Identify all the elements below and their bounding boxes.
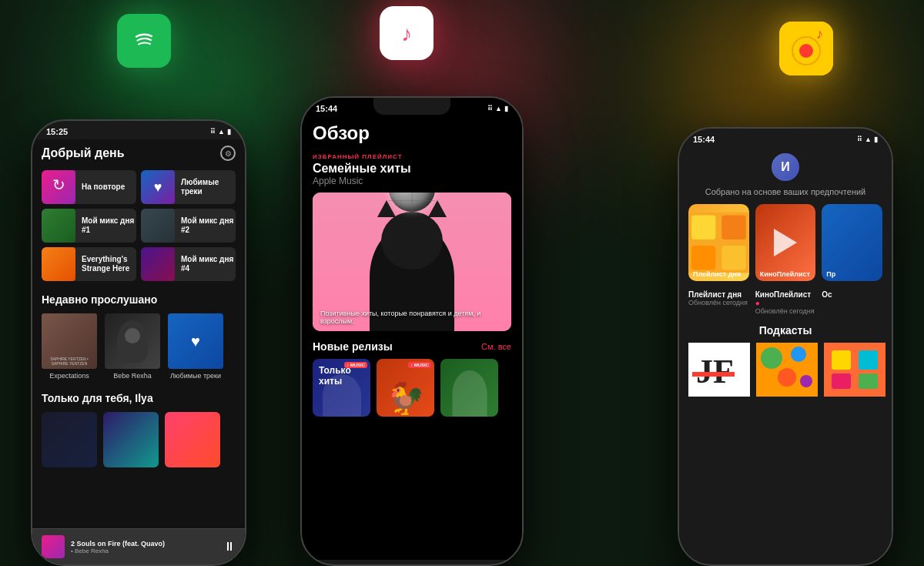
spotify-phone: 15:25 ⠿ ▲ ▮ Добрый день ⚙	[31, 119, 246, 566]
power-btn	[245, 190, 246, 221]
settings-icon[interactable]: ⚙	[220, 146, 236, 161]
nr-thumb-2: ♪ MUSIC 🐓	[377, 359, 434, 417]
apple-title: Обзор	[313, 122, 511, 144]
battery-icon: ▮	[227, 128, 231, 136]
na-povtore-label: На повторе	[82, 183, 125, 192]
na-povtore-thumb: ↻	[42, 170, 75, 204]
mix1-thumb	[42, 209, 75, 243]
playlist-day-card[interactable]: Плейлист дня	[688, 204, 749, 281]
spotify-card-mix4[interactable]: Мой микс дня #4	[141, 247, 236, 281]
podcast-thumb-1[interactable]: JF	[688, 343, 750, 397]
wifi-icon-apple: ▲	[495, 105, 502, 112]
grid-icon-yandex: ⠿	[857, 136, 862, 143]
for-you-item-3[interactable]	[165, 412, 220, 467]
podcasts-title: Подкасты	[688, 324, 882, 337]
power-btn-center	[522, 167, 524, 198]
podcast-thumb-3[interactable]	[824, 343, 886, 397]
mix2-thumb	[141, 209, 175, 243]
spotify-quick-grid: ↻ На повторе ♥ Любимые треки М	[42, 170, 236, 281]
now-playing-bar[interactable]: 2 Souls on Fire (feat. Quavo) • Bebe Rex…	[32, 528, 245, 560]
apple-music-app-icon-wrapper: ♪	[380, 6, 434, 60]
svg-rect-22	[832, 350, 851, 370]
svg-rect-15	[692, 372, 735, 377]
strange-label: Everything's Strange Here	[82, 255, 136, 273]
yandex-music-app-icon-wrapper: ♪	[779, 22, 833, 75]
playlist-day-label: Плейлист дня	[688, 267, 749, 281]
now-playing-title: 2 Souls on Fire (feat. Quavo)	[71, 540, 217, 548]
spotify-card-na-povtore[interactable]: ↻ На повторе	[42, 170, 136, 204]
new-release-2[interactable]: ♪ MUSIC 🐓	[377, 359, 434, 420]
mix1-label: Мой микс дня #1	[82, 216, 136, 235]
svg-rect-9	[691, 216, 715, 239]
featured-sub: Apple Music	[313, 176, 511, 186]
apple-music-badge-2: ♪ MUSIC	[408, 362, 431, 368]
now-playing-thumb	[42, 535, 65, 558]
svg-rect-25	[859, 373, 878, 389]
spotify-card-strange[interactable]: Everything's Strange Here	[42, 247, 136, 281]
power-btn-right	[892, 198, 893, 229]
for-you-item-2[interactable]	[103, 412, 159, 467]
recently-item-liked[interactable]: ♥ Любимые треки	[168, 313, 223, 380]
third-card[interactable]: Пр	[822, 204, 882, 281]
new-releases-title: Новые релизы	[313, 340, 393, 353]
kino-update-name: КиноПлейлист ●	[755, 290, 816, 307]
user-avatar[interactable]: И	[772, 153, 799, 181]
bebe-label: Bebe Rexha	[113, 372, 152, 380]
spotify-card-mix2[interactable]: Мой микс дня #2	[141, 209, 236, 243]
spotify-icon[interactable]	[117, 14, 171, 68]
status-time-spotify: 15:25	[46, 127, 68, 136]
svg-point-18	[791, 347, 806, 362]
volume-btn-center	[300, 159, 302, 179]
apple-music-phone-wrapper: 15:44 ⠿ ▲ ▮ Обзор ИЗБРАННЫЙ ПЛЕЙЛИСТ Сем…	[300, 96, 524, 566]
spotify-card-mix1[interactable]: Мой микс дня #1	[42, 209, 136, 243]
yandex-music-phone-wrapper: 15:44 ⠿ ▲ ▮ И	[678, 127, 893, 566]
svg-rect-10	[721, 216, 745, 239]
podcast-thumb-2[interactable]	[756, 343, 818, 397]
spotify-card-liked[interactable]: ♥ Любимые треки	[141, 170, 236, 204]
mix2-label: Мой микс дня #2	[181, 216, 236, 235]
third-update: Ос	[822, 290, 882, 315]
new-release-1[interactable]: ♪ MUSIC Только хиты	[313, 359, 370, 420]
apple-music-phone: 15:44 ⠿ ▲ ▮ Обзор ИЗБРАННЫЙ ПЛЕЙЛИСТ Сем…	[300, 96, 524, 566]
podcasts-row: JF	[688, 343, 882, 397]
liked-label: Любимые треки	[181, 178, 236, 196]
status-time-apple: 15:44	[316, 104, 337, 113]
for-you-row	[42, 412, 236, 467]
featured-image[interactable]: Позитивные хиты, которые понравятся и де…	[313, 193, 511, 331]
new-releases-header: Новые релизы См. все	[313, 340, 511, 353]
apple-music-badge-1: ♪ MUSIC	[344, 362, 367, 368]
see-all-button[interactable]: См. все	[481, 342, 511, 351]
recently-item-bebe[interactable]: Bebe Rexha	[105, 313, 160, 380]
svg-point-19	[778, 368, 796, 387]
pause-button[interactable]: ⏸	[223, 540, 236, 554]
yandex-music-icon[interactable]: ♪	[779, 22, 833, 75]
yandex-music-screen: И Собрано на основе ваших предпочтений	[679, 147, 892, 560]
liked-thumb: ♥	[141, 170, 175, 204]
liked-songs-thumb: ♥	[168, 313, 223, 369]
kino-playlist-card[interactable]: КиноПлейлист	[755, 204, 816, 281]
expectations-thumb: SAPHIRE YENTZEN • SAPHIRE YENTZEN	[42, 313, 97, 369]
recently-item-expectations[interactable]: SAPHIRE YENTZEN • SAPHIRE YENTZEN Expect…	[42, 313, 97, 380]
new-release-3[interactable]	[440, 359, 498, 420]
svg-rect-23	[859, 350, 878, 370]
spotify-screen: Добрый день ⚙ ↻ На повторе	[32, 139, 245, 560]
battery-icon-apple: ▮	[504, 105, 508, 112]
apple-music-icon[interactable]: ♪	[380, 6, 434, 60]
notch-right	[747, 129, 824, 146]
notch-left	[100, 121, 177, 138]
volume-btn	[31, 183, 32, 202]
svg-point-20	[800, 375, 812, 387]
for-you-item-1[interactable]	[42, 412, 97, 467]
now-playing-text: 2 Souls on Fire (feat. Quavo) • Bebe Rex…	[71, 540, 217, 554]
status-time-yandex: 15:44	[693, 135, 715, 144]
svg-rect-11	[691, 246, 715, 270]
strange-thumb	[42, 247, 75, 281]
kino-label: КиноПлейлист	[755, 267, 816, 281]
third-label: Пр	[822, 267, 882, 281]
wifi-icon: ▲	[218, 128, 225, 136]
grid-icon: ⠿	[210, 128, 216, 136]
svg-text:JF: JF	[696, 353, 734, 390]
expectations-label: Expectations	[49, 372, 89, 380]
svg-text:♪: ♪	[816, 26, 823, 42]
kino-sub: Обновлён сегодня	[755, 307, 816, 315]
